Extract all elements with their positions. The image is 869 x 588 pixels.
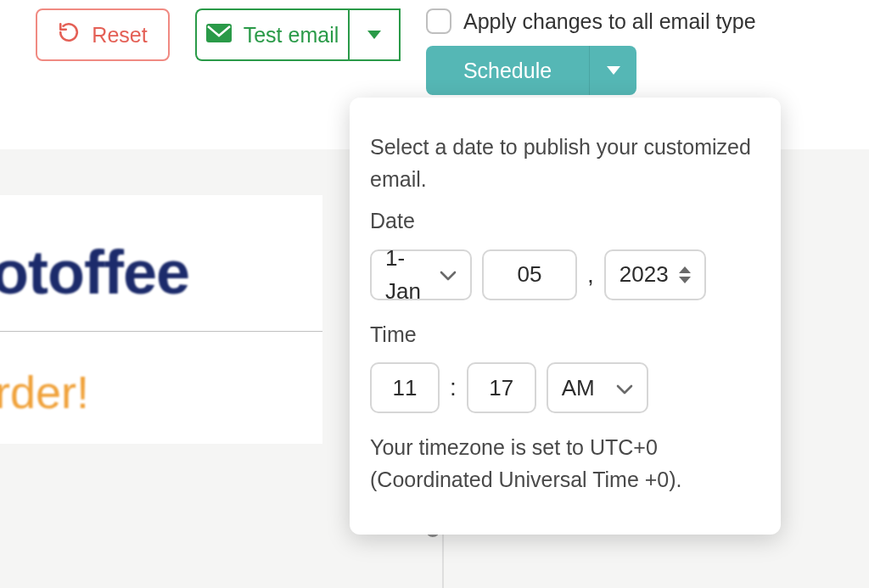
- schedule-dropdown-button[interactable]: [589, 46, 636, 95]
- divider: [0, 331, 322, 332]
- reset-icon: [58, 21, 80, 48]
- brand-fragment: otoffee: [0, 238, 322, 307]
- popover-intro: Select a date to publish your customized…: [370, 132, 760, 195]
- email-preview-panel: otoffee rder!: [0, 195, 322, 444]
- year-value: 2023: [620, 258, 669, 291]
- date-label: Date: [370, 205, 760, 238]
- hour-value: 11: [393, 372, 418, 405]
- schedule-section: Apply changes to all email type Schedule: [426, 8, 756, 95]
- schedule-button[interactable]: Schedule: [426, 46, 589, 95]
- day-value: 05: [518, 258, 542, 291]
- test-email-button[interactable]: Test email: [195, 8, 348, 61]
- apply-all-row: Apply changes to all email type: [426, 8, 756, 34]
- ampm-value: AM: [562, 372, 595, 405]
- time-row: 11 : 17 AM: [370, 362, 760, 413]
- year-input[interactable]: 2023: [604, 249, 706, 300]
- month-select[interactable]: 1-Jan: [370, 249, 472, 300]
- test-email-dropdown-button[interactable]: [348, 8, 401, 61]
- schedule-label: Schedule: [463, 59, 552, 83]
- test-email-label: Test email: [244, 23, 339, 48]
- triangle-down-icon: [607, 66, 620, 75]
- date-row: 1-Jan 05 , 2023: [370, 249, 760, 300]
- schedule-group: Schedule: [426, 46, 636, 95]
- day-input[interactable]: 05: [482, 249, 577, 300]
- comma: ,: [587, 257, 594, 293]
- hour-input[interactable]: 11: [370, 362, 440, 413]
- colon: :: [450, 370, 457, 406]
- apply-all-checkbox[interactable]: [426, 8, 451, 34]
- ampm-select[interactable]: AM: [547, 362, 648, 413]
- svg-rect-0: [206, 24, 232, 42]
- test-email-group: Test email: [195, 8, 401, 61]
- minute-value: 17: [489, 372, 513, 405]
- chevron-down-icon: [440, 258, 457, 291]
- month-value: 1-Jan: [385, 242, 431, 308]
- mail-icon: [206, 23, 232, 48]
- headline-fragment: rder!: [0, 366, 322, 418]
- time-label: Time: [370, 319, 760, 351]
- apply-all-label: Apply changes to all email type: [463, 9, 756, 34]
- stepper-icon: [679, 266, 691, 283]
- timezone-text: Your timezone is set to UTC+0 (Coordinat…: [370, 432, 760, 496]
- toolbar: Reset Test email Apply changes to all em…: [0, 0, 869, 114]
- triangle-down-icon: [367, 31, 381, 39]
- reset-button[interactable]: Reset: [36, 8, 170, 61]
- schedule-popover: Select a date to publish your customized…: [350, 98, 781, 535]
- chevron-down-icon: [616, 372, 633, 405]
- minute-input[interactable]: 17: [467, 362, 536, 413]
- reset-label: Reset: [92, 23, 147, 48]
